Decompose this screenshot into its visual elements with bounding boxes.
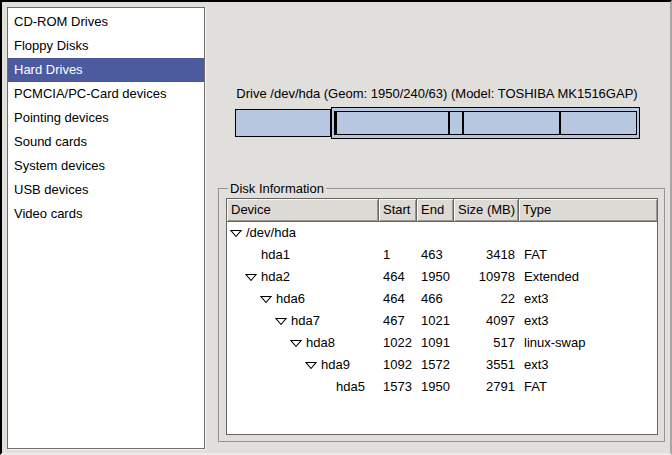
column-header-end[interactable]: End (417, 199, 454, 221)
start-cell: 1 (379, 244, 417, 266)
sidebar-item-floppy-disks[interactable]: Floppy Disks (8, 34, 204, 58)
end-cell: 466 (417, 288, 454, 310)
tree-indent (227, 299, 260, 300)
end-cell: 1021 (417, 310, 454, 332)
device-name: hda8 (304, 332, 335, 354)
end-cell: 463 (417, 244, 454, 266)
size-cell: 4097 (454, 310, 519, 332)
column-header-type[interactable]: Type (519, 199, 657, 221)
device-cell: /dev/hda (227, 222, 379, 244)
table-row-hda2[interactable]: hda2 464 1950 10978 Extended (227, 266, 657, 288)
disk-information-legend: Disk Information (228, 181, 326, 196)
device-category-list: CD-ROM DrivesFloppy DisksHard DrivesPCMC… (7, 7, 205, 449)
partition-segment-hda8 (449, 111, 463, 135)
sidebar-item-hard-drives[interactable]: Hard Drives (8, 58, 204, 82)
tree-indent (227, 277, 245, 278)
sidebar-item-cd-rom-drives[interactable]: CD-ROM Drives (8, 10, 204, 34)
partition-segment-hda1 (235, 109, 331, 137)
tree-indent (227, 321, 275, 322)
start-cell: 1022 (379, 332, 417, 354)
device-name: /dev/hda (244, 222, 296, 244)
sidebar-item-usb-devices[interactable]: USB devices (8, 178, 204, 202)
start-cell: 464 (379, 266, 417, 288)
tree-indent (227, 255, 245, 256)
sidebar-item-pointing-devices[interactable]: Pointing devices (8, 106, 204, 130)
sidebar-item-sound-cards[interactable]: Sound cards (8, 130, 204, 154)
tree-indent (227, 387, 320, 388)
device-name: hda9 (319, 354, 350, 376)
type-cell (519, 222, 657, 244)
table-row--dev-hda[interactable]: /dev/hda (227, 222, 657, 244)
partition-segment-hda2 (331, 107, 640, 139)
size-cell (454, 222, 519, 244)
device-name: hda5 (334, 376, 365, 398)
table-row-hda5[interactable]: hda5 1573 1950 2791 FAT (227, 376, 657, 398)
drive-partition-map (235, 107, 640, 139)
type-cell: FAT (519, 376, 657, 398)
size-cell: 3418 (454, 244, 519, 266)
size-cell: 10978 (454, 266, 519, 288)
partition-table: DeviceStartEndSize (MB)Type /dev/hda hda… (226, 198, 658, 435)
start-cell: 1573 (379, 376, 417, 398)
column-header-size-mb-[interactable]: Size (MB) (454, 199, 519, 221)
partition-segment-hda5 (560, 111, 637, 135)
device-cell: hda9 (227, 354, 379, 376)
end-cell: 1950 (417, 266, 454, 288)
table-row-hda1[interactable]: hda1 1 463 3418 FAT (227, 244, 657, 266)
table-row-hda7[interactable]: hda7 467 1021 4097 ext3 (227, 310, 657, 332)
drive-description-label: Drive /dev/hda (Geom: 1950/240/63) (Mode… (231, 86, 643, 101)
disk-information-group: Disk Information DeviceStartEndSize (MB)… (218, 181, 666, 443)
partition-segment-hda9 (463, 111, 561, 135)
table-row-hda6[interactable]: hda6 464 466 22 ext3 (227, 288, 657, 310)
table-row-hda9[interactable]: hda9 1092 1572 3551 ext3 (227, 354, 657, 376)
tree-indent (227, 365, 305, 366)
sidebar-item-system-devices[interactable]: System devices (8, 154, 204, 178)
device-cell: hda5 (227, 376, 379, 398)
device-name: hda7 (289, 310, 320, 332)
column-header-start[interactable]: Start (379, 199, 417, 221)
start-cell (379, 222, 417, 244)
type-cell: ext3 (519, 288, 657, 310)
type-cell: FAT (519, 244, 657, 266)
expander-icon[interactable] (290, 339, 304, 348)
end-cell: 1091 (417, 332, 454, 354)
start-cell: 464 (379, 288, 417, 310)
size-cell: 2791 (454, 376, 519, 398)
start-cell: 467 (379, 310, 417, 332)
expander-icon[interactable] (260, 295, 274, 304)
device-cell: hda8 (227, 332, 379, 354)
device-cell: hda2 (227, 266, 379, 288)
device-cell: hda1 (227, 244, 379, 266)
hardware-browser-window: { "sidebar": { "items": [ {"label": "CD-… (0, 0, 672, 455)
partition-table-header: DeviceStartEndSize (MB)Type (227, 199, 657, 222)
expander-icon[interactable] (305, 361, 319, 370)
device-cell: hda7 (227, 310, 379, 332)
device-cell: hda6 (227, 288, 379, 310)
end-cell: 1572 (417, 354, 454, 376)
partition-segment-hda7 (336, 111, 449, 135)
table-row-hda8[interactable]: hda8 1022 1091 517 linux-swap (227, 332, 657, 354)
start-cell: 1092 (379, 354, 417, 376)
column-header-device[interactable]: Device (227, 199, 379, 221)
expander-icon[interactable] (245, 273, 259, 282)
size-cell: 22 (454, 288, 519, 310)
type-cell: Extended (519, 266, 657, 288)
type-cell: ext3 (519, 310, 657, 332)
device-name: hda2 (259, 266, 290, 288)
device-name: hda6 (274, 288, 305, 310)
size-cell: 517 (454, 332, 519, 354)
tree-indent (227, 343, 290, 344)
type-cell: ext3 (519, 354, 657, 376)
sidebar-item-video-cards[interactable]: Video cards (8, 202, 204, 226)
type-cell: linux-swap (519, 332, 657, 354)
expander-icon[interactable] (275, 317, 289, 326)
end-cell (417, 222, 454, 244)
end-cell: 1950 (417, 376, 454, 398)
size-cell: 3551 (454, 354, 519, 376)
sidebar-item-pcmcia-pc-card-devices[interactable]: PCMCIA/PC-Card devices (8, 82, 204, 106)
partition-table-body: /dev/hda hda1 1 463 3418 FAT (227, 222, 657, 398)
hard-drives-panel: Drive /dev/hda (Geom: 1950/240/63) (Mode… (207, 2, 672, 453)
expander-icon[interactable] (230, 229, 244, 238)
device-name: hda1 (259, 244, 290, 266)
